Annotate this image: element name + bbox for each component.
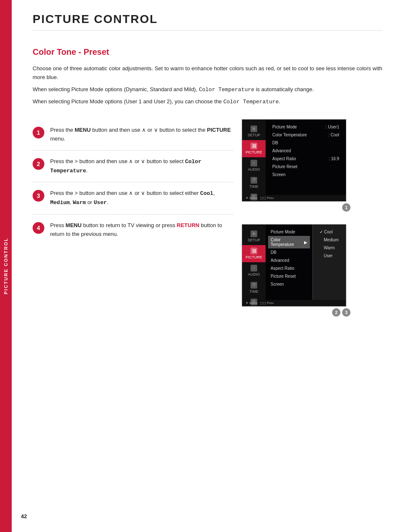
tv2-sub-warm: Warm bbox=[317, 244, 342, 252]
step-number-1: 1 bbox=[33, 127, 44, 138]
tv-item-screen: Screen bbox=[270, 171, 342, 179]
badge-2: 2 bbox=[332, 308, 340, 317]
tv-item-color-temp: Color Temperature: Cool bbox=[270, 131, 342, 139]
tv2-sub-cool: Cool bbox=[317, 228, 342, 236]
tv-sidebar-setup: ⚙ SETUP bbox=[242, 123, 266, 140]
tv-sidebar-audio-2: ♪ AUDIO bbox=[242, 262, 266, 279]
time-icon-2: ⏱ bbox=[251, 282, 257, 289]
tv-main-menu-2: Picture Mode Color Temperature▶ DB Advan… bbox=[266, 225, 312, 300]
tv-sidebar-picture-2: 🖼 PICTURE bbox=[242, 245, 266, 262]
audio-icon-2: ♪ bbox=[251, 265, 257, 271]
setup-icon: ⚙ bbox=[251, 125, 257, 132]
tv-item-aspect-ratio: Aspect Ratio: 16:9 bbox=[270, 155, 342, 163]
tv2-item-color-temp: Color Temperature▶ bbox=[268, 236, 310, 248]
picture-icon-2: 🖼 bbox=[251, 248, 257, 254]
section-title: Color Tone - Preset bbox=[33, 47, 382, 57]
page-number: 42 bbox=[21, 513, 27, 519]
menu-screenshot-1: ⚙ SETUP 🖼 PICTURE ♪ AUDIO bbox=[242, 119, 350, 212]
step-text-2: Press the > button and then use ∧ or ∨ b… bbox=[50, 157, 233, 176]
tv-sidebar-1: ⚙ SETUP 🖼 PICTURE ♪ AUDIO bbox=[242, 120, 266, 195]
audio-icon: ♪ bbox=[251, 160, 257, 166]
tv2-item-screen: Screen bbox=[268, 280, 310, 288]
step-text-3: Press the > button and then use ∧ or ∨ b… bbox=[50, 189, 233, 207]
tv-sidebar-picture: 🖼 PICTURE bbox=[242, 140, 266, 157]
description-2: When selecting Picture Mode options (Dyn… bbox=[33, 85, 382, 95]
tv2-item-picture-reset: Picture Reset bbox=[268, 272, 310, 280]
step-1: 1 Press the MENU button and then use ∧ o… bbox=[33, 119, 233, 151]
tv2-item-aspect-ratio: Aspect Ratio bbox=[268, 264, 310, 272]
tv-item-db: DB bbox=[270, 139, 342, 147]
tv-menu-2: ⚙ SETUP 🖼 PICTURE ♪ AUDIO bbox=[242, 224, 346, 307]
step-text-4: Press MENU button to return to TV viewin… bbox=[50, 221, 233, 239]
step-text-1: Press the MENU button and then use ∧ or … bbox=[50, 126, 233, 143]
step-3: 3 Press the > button and then use ∧ or ∨… bbox=[33, 182, 233, 215]
menu-screenshot-2: ⚙ SETUP 🖼 PICTURE ♪ AUDIO bbox=[242, 224, 350, 317]
tv2-item-db: DB bbox=[268, 248, 310, 256]
tv-sidebar-setup-2: ⚙ SETUP bbox=[242, 228, 266, 245]
time-icon: ⏱ bbox=[251, 177, 257, 184]
tv-submenu-2: Cool Medium Warm User bbox=[312, 225, 346, 300]
tv-menus-column: ⚙ SETUP 🖼 PICTURE ♪ AUDIO bbox=[242, 119, 350, 325]
badge-1: 1 bbox=[342, 203, 350, 212]
tv2-sub-user: User bbox=[317, 252, 342, 260]
badge-3: 3 bbox=[342, 308, 350, 317]
tv-sidebar-audio: ♪ AUDIO bbox=[242, 157, 266, 174]
sidebar-label: PICTURE CONTROL bbox=[0, 0, 12, 532]
tv-main-menu-1: Picture Mode: User1 Color Temperature: C… bbox=[266, 120, 346, 195]
steps-column: 1 Press the MENU button and then use ∧ o… bbox=[33, 119, 233, 325]
setup-icon-2: ⚙ bbox=[251, 230, 257, 237]
step-number-3: 3 bbox=[33, 190, 44, 202]
tv2-sub-medium: Medium bbox=[317, 236, 342, 244]
step-number-4: 4 bbox=[33, 222, 44, 234]
tv2-item-advanced: Advanced bbox=[268, 256, 310, 264]
tv-item-advanced: Advanced bbox=[270, 147, 342, 155]
tv-menu-1: ⚙ SETUP 🖼 PICTURE ♪ AUDIO bbox=[242, 119, 346, 202]
description-3: When selecting Picture Mode options (Use… bbox=[33, 97, 382, 107]
tv-sidebar-2: ⚙ SETUP 🖼 PICTURE ♪ AUDIO bbox=[242, 225, 266, 300]
tv-sidebar-time-2: ⏱ TIME bbox=[242, 279, 266, 297]
picture-icon: 🖼 bbox=[251, 143, 257, 149]
step-2: 2 Press the > button and then use ∧ or ∨… bbox=[33, 151, 233, 183]
step-number-2: 2 bbox=[33, 158, 44, 170]
tv-item-picture-reset: Picture Reset bbox=[270, 163, 342, 171]
page-title: PICTURE CONTROL bbox=[33, 13, 382, 31]
step-4: 4 Press MENU button to return to TV view… bbox=[33, 215, 233, 246]
tv-item-picture-mode: Picture Mode: User1 bbox=[270, 123, 342, 131]
tv2-item-picture-mode: Picture Mode bbox=[268, 228, 310, 236]
description-1: Choose one of three automatic color adju… bbox=[33, 64, 382, 82]
tv-sidebar-time: ⏱ TIME bbox=[242, 174, 266, 192]
